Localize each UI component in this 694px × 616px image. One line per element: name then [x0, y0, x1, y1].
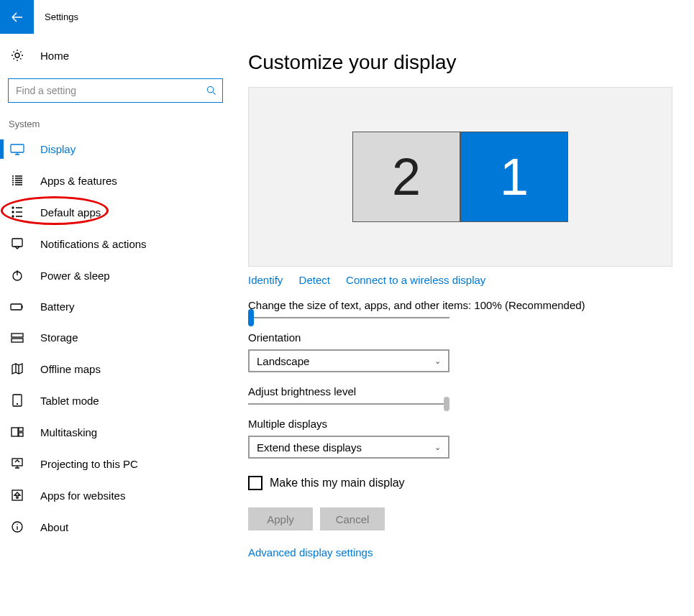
- brightness-slider-thumb[interactable]: [444, 397, 449, 411]
- apply-button[interactable]: Apply: [248, 507, 313, 530]
- search-icon: [206, 86, 216, 96]
- svg-rect-6: [12, 239, 22, 247]
- svg-point-1: [207, 86, 213, 92]
- search-input-wrap[interactable]: [8, 78, 223, 103]
- scale-slider-thumb[interactable]: [248, 309, 254, 326]
- page-heading: Customize your display: [248, 51, 694, 74]
- multiple-label: Multiple displays: [248, 418, 694, 430]
- multiple-select[interactable]: Extend these displays ⌄: [248, 436, 449, 459]
- tablet-icon: [10, 394, 24, 407]
- button-row: Apply Cancel: [248, 507, 694, 530]
- sidebar-item-label: Notifications & actions: [40, 238, 147, 250]
- sidebar-item-battery[interactable]: Battery: [7, 291, 248, 322]
- sidebar-item-power-sleep[interactable]: Power & sleep: [7, 259, 248, 291]
- window-title: Settings: [34, 0, 78, 34]
- search-input[interactable]: [14, 84, 206, 97]
- chevron-down-icon: ⌄: [434, 357, 441, 366]
- cancel-button[interactable]: Cancel: [320, 507, 385, 530]
- sidebar: Home System DisplayApps & featuresDefaul…: [0, 34, 248, 558]
- sidebar-item-notifications-actions[interactable]: Notifications & actions: [7, 228, 248, 259]
- battery-icon: [10, 302, 24, 312]
- display-links: Identify Detect Connect to a wireless di…: [248, 274, 694, 286]
- sidebar-home[interactable]: Home: [7, 41, 248, 70]
- sidebar-item-apps-features[interactable]: Apps & features: [7, 165, 248, 196]
- svg-point-12: [17, 404, 18, 405]
- sidebar-item-tablet-mode[interactable]: Tablet mode: [7, 385, 248, 416]
- map-icon: [10, 362, 24, 375]
- sidebar-item-label: Power & sleep: [40, 270, 110, 282]
- sidebar-home-label: Home: [40, 50, 69, 62]
- svg-rect-13: [12, 428, 18, 436]
- apps-web-icon: [10, 489, 24, 502]
- main-content: Customize your display 2 1 Identify Dete…: [248, 34, 694, 558]
- project-icon: [10, 457, 24, 470]
- orientation-label: Orientation: [248, 331, 694, 344]
- main-display-checkbox-row[interactable]: Make this my main display: [248, 476, 694, 490]
- wireless-link[interactable]: Connect to a wireless display: [346, 274, 485, 286]
- sidebar-section-label: System: [7, 111, 248, 134]
- monitor-2[interactable]: 2: [352, 132, 460, 222]
- sidebar-item-display[interactable]: Display: [7, 134, 248, 165]
- orientation-value: Landscape: [257, 355, 309, 367]
- svg-rect-9: [12, 334, 23, 337]
- titlebar: Settings: [0, 0, 694, 34]
- svg-point-4: [12, 211, 14, 213]
- svg-point-3: [12, 207, 14, 208]
- display-icon: [10, 144, 24, 155]
- sidebar-item-storage[interactable]: Storage: [7, 322, 248, 353]
- svg-point-5: [12, 216, 14, 217]
- sidebar-item-label: Tablet mode: [40, 395, 99, 407]
- gear-icon: [10, 48, 24, 63]
- sidebar-item-label: Offline maps: [40, 363, 101, 375]
- display-arrange-area[interactable]: 2 1: [248, 87, 672, 267]
- svg-rect-10: [12, 339, 23, 342]
- identify-link[interactable]: Identify: [248, 274, 283, 286]
- chevron-down-icon: ⌄: [434, 443, 441, 452]
- brightness-label: Adjust brightness level: [248, 385, 694, 397]
- svg-point-0: [15, 53, 19, 58]
- sidebar-item-label: Apps for websites: [40, 489, 125, 502]
- svg-rect-14: [19, 428, 23, 431]
- detect-link[interactable]: Detect: [299, 274, 330, 286]
- storage-icon: [10, 333, 24, 343]
- multiple-value: Extend these displays: [257, 441, 362, 454]
- svg-rect-8: [11, 304, 22, 310]
- sidebar-item-label: Multitasking: [40, 426, 97, 438]
- about-icon: [10, 520, 24, 533]
- multitask-icon: [10, 426, 24, 438]
- default-apps-icon: [10, 206, 24, 219]
- sidebar-item-label: Display: [40, 143, 76, 155]
- orientation-select[interactable]: Landscape ⌄: [248, 349, 449, 372]
- sidebar-item-offline-maps[interactable]: Offline maps: [7, 353, 248, 385]
- back-button[interactable]: [0, 0, 34, 34]
- sidebar-item-label: Apps & features: [40, 175, 117, 187]
- notifications-icon: [10, 237, 24, 250]
- advanced-settings-link[interactable]: Advanced display settings: [248, 546, 694, 558]
- arrow-left-icon: [10, 10, 24, 24]
- sidebar-item-multitasking[interactable]: Multitasking: [7, 416, 248, 448]
- main-display-checkbox[interactable]: [248, 476, 262, 490]
- brightness-slider[interactable]: [248, 403, 449, 405]
- svg-rect-15: [19, 433, 23, 436]
- svg-rect-2: [11, 144, 24, 152]
- sidebar-item-label: Storage: [40, 331, 78, 344]
- apps-icon: [10, 174, 24, 187]
- sidebar-item-projecting-to-this-pc[interactable]: Projecting to this PC: [7, 448, 248, 479]
- sidebar-item-about[interactable]: About: [7, 511, 248, 543]
- sidebar-item-label: About: [40, 521, 68, 533]
- sidebar-item-label: Projecting to this PC: [40, 458, 138, 470]
- scale-slider[interactable]: [248, 317, 449, 318]
- sidebar-item-apps-for-websites[interactable]: Apps for websites: [7, 479, 248, 511]
- sidebar-item-label: Default apps: [40, 206, 101, 219]
- scale-label: Change the size of text, apps, and other…: [248, 299, 694, 311]
- sidebar-item-default-apps[interactable]: Default apps: [7, 196, 248, 228]
- monitor-1[interactable]: 1: [460, 132, 568, 222]
- main-display-label: Make this my main display: [270, 477, 405, 489]
- power-icon: [10, 269, 24, 282]
- sidebar-item-label: Battery: [40, 300, 75, 313]
